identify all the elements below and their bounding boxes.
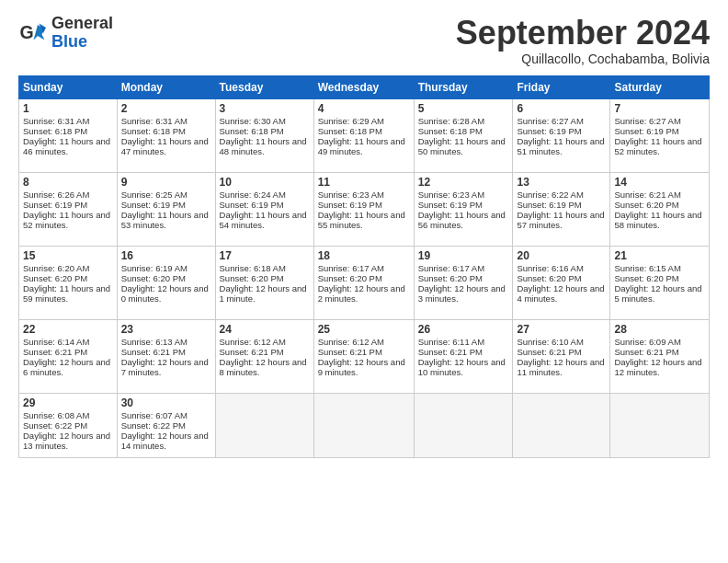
table-row: 15 Sunrise: 6:20 AMSunset: 6:20 PMDaylig… — [19, 246, 118, 319]
table-row: 2 Sunrise: 6:31 AMSunset: 6:18 PMDayligh… — [117, 98, 215, 172]
empty-cell — [215, 393, 313, 457]
empty-cell — [414, 393, 513, 457]
title-block: September 2024 Quillacollo, Cochabamba, … — [456, 15, 710, 66]
empty-cell — [513, 393, 610, 457]
logo-icon: G — [18, 19, 46, 47]
table-row: 22 Sunrise: 6:14 AMSunset: 6:21 PMDaylig… — [19, 319, 118, 393]
table-row: 4 Sunrise: 6:29 AMSunset: 6:18 PMDayligh… — [313, 98, 414, 172]
table-row: 10 Sunrise: 6:24 AMSunset: 6:19 PMDaylig… — [215, 172, 313, 246]
col-saturday: Saturday — [610, 75, 710, 98]
table-row: 12 Sunrise: 6:23 AMSunset: 6:19 PMDaylig… — [414, 172, 513, 246]
table-row: 30 Sunrise: 6:07 AMSunset: 6:22 PMDaylig… — [117, 393, 215, 457]
col-monday: Monday — [117, 75, 215, 98]
table-row: 29 Sunrise: 6:08 AMSunset: 6:22 PMDaylig… — [19, 393, 118, 457]
table-row: 28 Sunrise: 6:09 AMSunset: 6:21 PMDaylig… — [610, 319, 710, 393]
table-row: 23 Sunrise: 6:13 AMSunset: 6:21 PMDaylig… — [117, 319, 215, 393]
table-row: 24 Sunrise: 6:12 AMSunset: 6:21 PMDaylig… — [215, 319, 313, 393]
week-row-1: 1 Sunrise: 6:31 AMSunset: 6:18 PMDayligh… — [19, 98, 710, 172]
table-row: 25 Sunrise: 6:12 AMSunset: 6:21 PMDaylig… — [313, 319, 414, 393]
col-tuesday: Tuesday — [215, 75, 313, 98]
table-row: 3 Sunrise: 6:30 AMSunset: 6:18 PMDayligh… — [215, 98, 313, 172]
table-row: 9 Sunrise: 6:25 AMSunset: 6:19 PMDayligh… — [117, 172, 215, 246]
table-row: 26 Sunrise: 6:11 AMSunset: 6:21 PMDaylig… — [414, 319, 513, 393]
table-row: 8 Sunrise: 6:26 AMSunset: 6:19 PMDayligh… — [19, 172, 118, 246]
table-row: 16 Sunrise: 6:19 AMSunset: 6:20 PMDaylig… — [117, 246, 215, 319]
table-row: 21 Sunrise: 6:15 AMSunset: 6:20 PMDaylig… — [610, 246, 710, 319]
week-row-3: 15 Sunrise: 6:20 AMSunset: 6:20 PMDaylig… — [19, 246, 710, 319]
calendar-table: Sunday Monday Tuesday Wednesday Thursday… — [18, 75, 710, 458]
table-row: 13 Sunrise: 6:22 AMSunset: 6:19 PMDaylig… — [513, 172, 610, 246]
logo-blue: Blue — [51, 33, 113, 52]
svg-text:G: G — [20, 22, 34, 42]
week-row-5: 29 Sunrise: 6:08 AMSunset: 6:22 PMDaylig… — [19, 393, 710, 457]
table-row: 14 Sunrise: 6:21 AMSunset: 6:20 PMDaylig… — [610, 172, 710, 246]
table-row: 27 Sunrise: 6:10 AMSunset: 6:21 PMDaylig… — [513, 319, 610, 393]
col-sunday: Sunday — [19, 75, 118, 98]
logo: G General Blue — [18, 15, 113, 52]
table-row: 11 Sunrise: 6:23 AMSunset: 6:19 PMDaylig… — [313, 172, 414, 246]
week-row-4: 22 Sunrise: 6:14 AMSunset: 6:21 PMDaylig… — [19, 319, 710, 393]
logo-text: General Blue — [51, 15, 113, 52]
table-row: 6 Sunrise: 6:27 AMSunset: 6:19 PMDayligh… — [513, 98, 610, 172]
empty-cell — [610, 393, 710, 457]
col-thursday: Thursday — [414, 75, 513, 98]
col-wednesday: Wednesday — [313, 75, 414, 98]
week-row-2: 8 Sunrise: 6:26 AMSunset: 6:19 PMDayligh… — [19, 172, 710, 246]
table-row: 20 Sunrise: 6:16 AMSunset: 6:20 PMDaylig… — [513, 246, 610, 319]
empty-cell — [313, 393, 414, 457]
logo-general: General — [51, 15, 113, 33]
table-row: 18 Sunrise: 6:17 AMSunset: 6:20 PMDaylig… — [313, 246, 414, 319]
table-row: 7 Sunrise: 6:27 AMSunset: 6:19 PMDayligh… — [610, 98, 710, 172]
table-row: 17 Sunrise: 6:18 AMSunset: 6:20 PMDaylig… — [215, 246, 313, 319]
col-friday: Friday — [513, 75, 610, 98]
page: G General Blue September 2024 Quillacoll… — [0, 0, 728, 563]
header: G General Blue September 2024 Quillacoll… — [18, 15, 710, 66]
header-row: Sunday Monday Tuesday Wednesday Thursday… — [19, 75, 710, 98]
table-row: 19 Sunrise: 6:17 AMSunset: 6:20 PMDaylig… — [414, 246, 513, 319]
table-row: 5 Sunrise: 6:28 AMSunset: 6:18 PMDayligh… — [414, 98, 513, 172]
location-subtitle: Quillacollo, Cochabamba, Bolivia — [456, 52, 710, 66]
table-row: 1 Sunrise: 6:31 AMSunset: 6:18 PMDayligh… — [19, 98, 118, 172]
month-title: September 2024 — [456, 15, 710, 52]
